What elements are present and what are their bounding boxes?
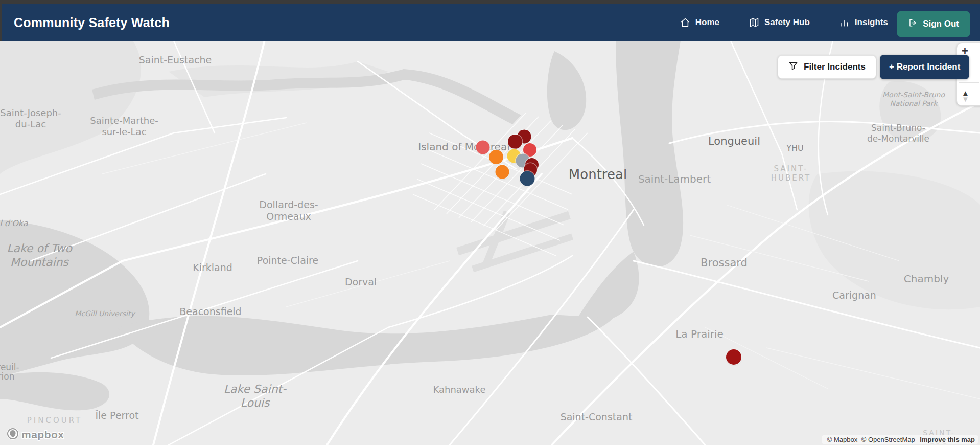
- main-nav: Home Safety Hub Insights: [680, 4, 888, 41]
- filter-incidents-label: Filter Incidents: [804, 62, 866, 72]
- logout-icon: [908, 18, 918, 30]
- attribution-mapbox[interactable]: © Mapbox: [827, 436, 857, 443]
- incident-marker[interactable]: [476, 141, 490, 154]
- incident-marker[interactable]: [508, 135, 522, 149]
- nav-item-insights[interactable]: Insights: [839, 17, 888, 28]
- map-attribution: © Mapbox © OpenStreetMap Improve this ma…: [822, 435, 978, 444]
- map-icon: [749, 17, 759, 28]
- app-title: Community Safety Watch: [14, 15, 170, 30]
- home-icon: [680, 17, 690, 28]
- improve-map-link[interactable]: Improve this map: [920, 436, 975, 443]
- attribution-osm[interactable]: © OpenStreetMap: [861, 436, 915, 443]
- stepper-down-icon[interactable]: ▼: [962, 96, 969, 102]
- app-header: Community Safety Watch Home Safety Hub I…: [0, 4, 980, 41]
- nav-label: Insights: [855, 17, 888, 28]
- funnel-icon: [788, 61, 798, 73]
- basemap-art: [0, 41, 980, 445]
- incident-marker[interactable]: [496, 165, 509, 179]
- sign-out-button[interactable]: Sign Out: [897, 11, 970, 37]
- window-chrome-strip: [0, 0, 980, 4]
- nav-item-home[interactable]: Home: [680, 17, 719, 28]
- mapbox-logo-word: mapbox: [21, 429, 64, 441]
- bar-chart-icon: [839, 17, 850, 28]
- mapbox-logo[interactable]: mapbox: [6, 427, 64, 442]
- report-incident-button[interactable]: + Report Incident: [880, 55, 969, 79]
- incident-marker[interactable]: [726, 349, 741, 365]
- map-canvas[interactable]: Saint-EustacheSaint-Joseph- du-LacSainte…: [0, 41, 980, 445]
- report-incident-label: + Report Incident: [889, 62, 960, 72]
- divider: [959, 82, 979, 83]
- incident-marker[interactable]: [520, 171, 535, 186]
- nav-label: Home: [695, 17, 719, 28]
- filter-incidents-button[interactable]: Filter Incidents: [778, 55, 876, 79]
- mapbox-logo-icon: [6, 427, 19, 442]
- nav-label: Safety Hub: [764, 17, 810, 28]
- nav-item-safety-hub[interactable]: Safety Hub: [749, 17, 810, 28]
- pitch-stepper[interactable]: ▲ ▼: [962, 90, 969, 102]
- sign-out-label: Sign Out: [923, 19, 959, 29]
- incident-marker[interactable]: [489, 150, 503, 164]
